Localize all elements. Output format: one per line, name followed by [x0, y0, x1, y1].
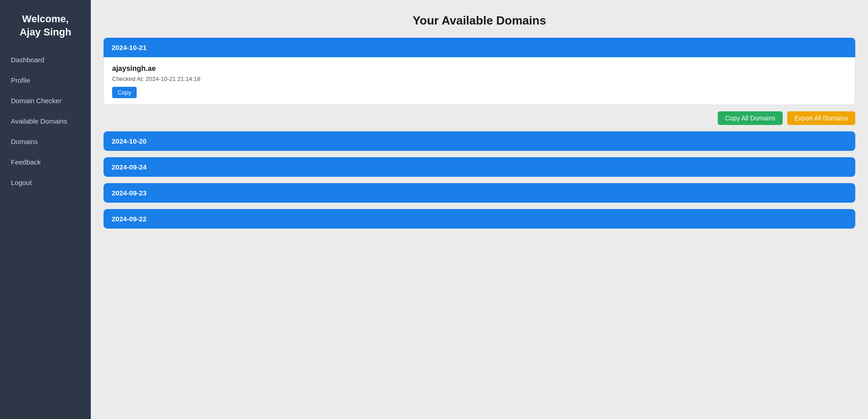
sidebar-header: Welcome, Ajay Singh	[0, 0, 91, 50]
date-section: 2024-09-22	[104, 209, 855, 229]
domain-card: ajaysingh.aeChecked At: 2024-10-21 21:14…	[104, 57, 855, 105]
sidebar-item-logout[interactable]: Logout	[0, 172, 91, 193]
date-section: 2024-10-20	[104, 131, 855, 151]
date-sections-container: 2024-10-21ajaysingh.aeChecked At: 2024-1…	[104, 38, 855, 229]
welcome-text: Welcome,	[22, 13, 69, 25]
sidebar-item-feedback[interactable]: Feedback	[0, 152, 91, 172]
sidebar: Welcome, Ajay Singh DashboardProfileDoma…	[0, 0, 91, 419]
sidebar-nav: DashboardProfileDomain CheckerAvailable …	[0, 50, 91, 193]
date-section-header[interactable]: 2024-09-24	[104, 157, 855, 177]
date-section: 2024-10-21ajaysingh.aeChecked At: 2024-1…	[104, 38, 855, 105]
domain-copy-button[interactable]: Copy	[112, 87, 137, 98]
actions-bar: Copy All DomainsExport All Domains	[104, 111, 855, 125]
sidebar-item-profile[interactable]: Profile	[0, 70, 91, 90]
domain-name: ajaysingh.ae	[112, 65, 847, 73]
sidebar-item-domain-checker[interactable]: Domain Checker	[0, 90, 91, 111]
date-section-header[interactable]: 2024-09-23	[104, 183, 855, 203]
date-section-header[interactable]: 2024-10-20	[104, 131, 855, 151]
date-section: 2024-09-23	[104, 183, 855, 203]
date-section: 2024-09-24	[104, 157, 855, 177]
sidebar-item-available-domains[interactable]: Available Domains	[0, 111, 91, 131]
export-all-domains-button[interactable]: Export All Domains	[787, 111, 855, 125]
user-name: Ajay Singh	[20, 26, 71, 38]
sidebar-item-dashboard[interactable]: Dashboard	[0, 50, 91, 70]
copy-all-domains-button[interactable]: Copy All Domains	[718, 111, 783, 125]
domain-checked-at: Checked At: 2024-10-21 21:14:18	[112, 75, 847, 82]
sidebar-item-domains[interactable]: Domains	[0, 131, 91, 152]
date-section-header[interactable]: 2024-10-21	[104, 38, 855, 57]
page-title: Your Available Domains	[104, 14, 855, 28]
date-section-header[interactable]: 2024-09-22	[104, 209, 855, 229]
main-content: Your Available Domains 2024-10-21ajaysin…	[91, 0, 868, 419]
